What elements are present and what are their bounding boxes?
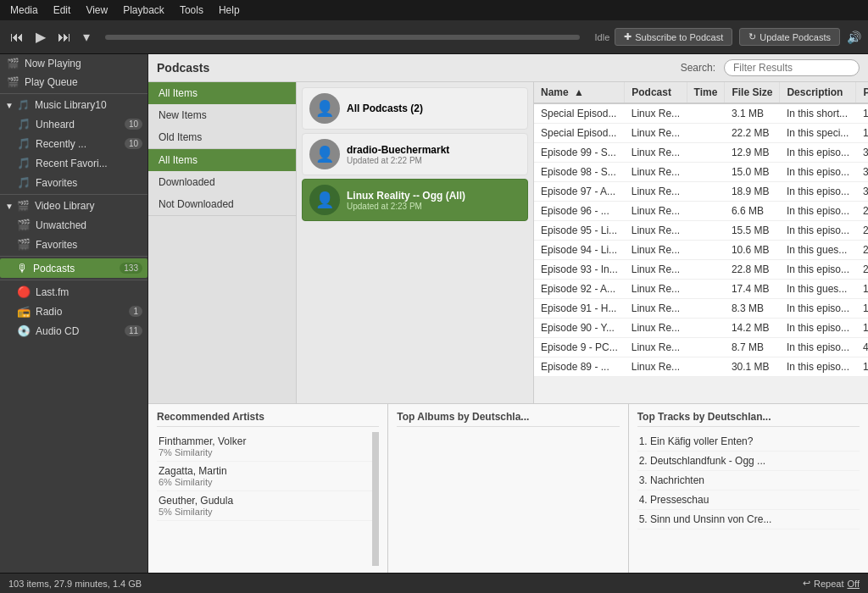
cell-11-0: Episode 90 - Y... (534, 319, 625, 338)
progress-bar[interactable] (105, 35, 580, 40)
podcast-all-name: All Podcasts (2) (347, 103, 520, 114)
podcasts-icon: 🎙 (17, 262, 28, 274)
filter-new-items[interactable]: New Items (148, 104, 296, 126)
filter-all-items-2[interactable]: All Items (148, 149, 296, 171)
cell-8-2 (687, 260, 725, 280)
table-row[interactable]: Episode 97 - A...Linux Re...18.9 MBIn th… (534, 182, 868, 202)
artist-item-2[interactable]: Geuther, Gudula 5% Similarity (157, 491, 372, 521)
update-podcasts-button[interactable]: ↻ Update Podcasts (739, 28, 840, 46)
artist-item-0[interactable]: Finthammer, Volker 7% Similarity (157, 432, 372, 462)
recommended-artists-title: Recommended Artists (157, 411, 379, 427)
podcast-item-linux-reality[interactable]: 👤 Linux Reality -- Ogg (All) Updated at … (302, 179, 528, 221)
col-description[interactable]: Description (780, 82, 856, 103)
lastfm-icon: 🔴 (17, 285, 31, 298)
podcast-all-icon: 👤 (309, 93, 340, 124)
cell-2-0: Episode 99 - S... (534, 143, 625, 163)
cell-10-5: 1/23/2008 (856, 299, 868, 319)
menu-playback[interactable]: Playback (116, 3, 171, 18)
volume-icon[interactable]: 🔊 (847, 30, 861, 44)
prev-button[interactable]: ⏮ (7, 28, 27, 47)
menu-view[interactable]: View (79, 3, 114, 18)
cell-10-4: In this episo... (780, 299, 856, 319)
artist-item-1[interactable]: Zagatta, Martin 6% Similarity (157, 462, 372, 491)
col-file-size[interactable]: File Size (725, 82, 780, 103)
menu-help[interactable]: Help (212, 3, 247, 18)
episode-table-container[interactable]: Name ▲ Podcast Time File Size Descriptio… (534, 82, 868, 403)
table-row[interactable]: Episode 89 - ...Linux Re...30.1 MBIn thi… (534, 357, 868, 377)
table-row[interactable]: Episode 99 - S...Linux Re...12.9 MBIn th… (534, 143, 868, 163)
filter-downloaded[interactable]: Downloaded (148, 171, 296, 193)
track-item-2[interactable]: 3. Nachrichten (637, 471, 860, 490)
sidebar-item-radio[interactable]: 📻 Radio 1 (0, 302, 147, 321)
filter-all-items-1[interactable]: All Items (148, 82, 296, 104)
table-row[interactable]: Special Episod...Linux Re...3.1 MBIn thi… (534, 103, 868, 124)
table-row[interactable]: Episode 95 - Li...Linux Re...15.5 MBIn t… (534, 221, 868, 241)
sidebar-item-unheard[interactable]: 🎵 Unheard 10 (0, 114, 147, 134)
track-item-4[interactable]: 5. Sinn und Unsinn von Cre... (637, 510, 860, 529)
table-row[interactable]: Episode 91 - H...Linux Re...8.3 MBIn thi… (534, 299, 868, 319)
cell-13-5: 12/12/2007 (856, 357, 868, 377)
menu-media[interactable]: Media (3, 3, 45, 18)
sidebar-group-video[interactable]: ▼ 🎬 Video Library (0, 197, 147, 215)
artists-scrollbar[interactable] (372, 432, 379, 566)
cell-9-5: 1/30/2008 (856, 280, 868, 299)
dropdown-button[interactable]: ▾ (80, 27, 93, 47)
sidebar-item-favorites-video[interactable]: 🎬 Favorites (0, 235, 147, 254)
track-item-1[interactable]: 2. Deutschlandfunk - Ogg ... (637, 452, 860, 471)
cell-9-1: Linux Re... (625, 280, 687, 299)
table-row[interactable]: Episode 9 - PC...Linux Re...8.7 MBIn thi… (534, 338, 868, 357)
cell-0-0: Special Episod... (534, 103, 625, 124)
sidebar-item-audio-cd[interactable]: 💿 Audio CD 11 (0, 321, 147, 341)
col-time[interactable]: Time (687, 82, 725, 103)
table-row[interactable]: Episode 96 - ...Linux Re...6.6 MBIn this… (534, 202, 868, 221)
cell-13-1: Linux Re... (625, 357, 687, 377)
sidebar-item-lastfm[interactable]: 🔴 Last.fm (0, 282, 147, 302)
track-item-3[interactable]: 4. Presseschau (637, 490, 860, 510)
sidebar-item-recently[interactable]: 🎵 Recently ... 10 (0, 134, 147, 153)
table-row[interactable]: Episode 90 - Y...Linux Re...14.2 MBIn th… (534, 319, 868, 338)
sidebar-item-favorites-music[interactable]: 🎵 Favorites (0, 173, 147, 192)
sidebar-item-now-playing[interactable]: 🎬 Now Playing (0, 54, 147, 73)
filter-not-downloaded[interactable]: Not Downloaded (148, 193, 296, 215)
plus-icon: ✚ (624, 31, 632, 42)
cell-4-0: Episode 97 - A... (534, 182, 625, 202)
search-input[interactable] (724, 59, 860, 76)
cell-6-0: Episode 95 - Li... (534, 221, 625, 241)
table-row[interactable]: Episode 98 - S...Linux Re...15.0 MBIn th… (534, 163, 868, 182)
track-item-0[interactable]: 1. Ein Käfig voller Enten? (637, 432, 860, 452)
cell-1-2 (687, 124, 725, 143)
table-row[interactable]: Special Episod...Linux Re...22.2 MBIn th… (534, 124, 868, 143)
next-button[interactable]: ⏭ (54, 28, 75, 47)
sidebar-item-recent-favs[interactable]: 🎵 Recent Favori... (0, 153, 147, 173)
sidebar-item-podcasts[interactable]: 🎙 Podcasts 133 (0, 258, 147, 278)
cell-3-3: 15.0 MB (725, 163, 780, 182)
menu-edit[interactable]: Edit (47, 3, 78, 18)
col-name[interactable]: Name ▲ (534, 82, 625, 103)
play-button[interactable]: ▶ (32, 27, 49, 47)
cell-8-0: Episode 93 - In... (534, 260, 625, 280)
filter-old-items[interactable]: Old Items (148, 126, 296, 148)
repeat-value: Off (848, 579, 860, 589)
cell-4-3: 18.9 MB (725, 182, 780, 202)
podcast-list: 👤 All Podcasts (2) 👤 dradio-Buechermarkt… (297, 82, 534, 403)
podcast-item-all[interactable]: 👤 All Podcasts (2) (302, 87, 528, 130)
sidebar-item-unwatched[interactable]: 🎬 Unwatched (0, 215, 147, 235)
repeat-control[interactable]: ↩ Repeat Off (803, 578, 860, 589)
cell-3-1: Linux Re... (625, 163, 687, 182)
cell-4-5: 3/5/2008 (856, 182, 868, 202)
col-published[interactable]: Published (856, 82, 868, 103)
table-row[interactable]: Episode 92 - A...Linux Re...17.4 MBIn th… (534, 280, 868, 299)
table-row[interactable]: Episode 94 - Li...Linux Re...10.6 MBIn t… (534, 241, 868, 260)
col-podcast[interactable]: Podcast (625, 82, 687, 103)
podcast-item-dradio[interactable]: 👤 dradio-Buechermarkt Updated at 2:22 PM (302, 133, 528, 175)
menu-tools[interactable]: Tools (173, 3, 210, 18)
sidebar-group-music[interactable]: ▼ 🎵 Music Library 10 (0, 96, 147, 114)
cell-9-3: 17.4 MB (725, 280, 780, 299)
table-row[interactable]: Episode 93 - In...Linux Re...22.8 MBIn t… (534, 260, 868, 280)
sidebar-item-play-queue[interactable]: 🎬 Play Queue (0, 73, 147, 91)
subscribe-button[interactable]: ✚ Subscribe to Podcast (615, 28, 732, 46)
cell-8-4: In this episo... (780, 260, 856, 280)
now-playing-label: Now Playing (25, 58, 81, 69)
radio-label: Radio (36, 306, 62, 318)
audio-cd-icon: 💿 (17, 324, 31, 337)
